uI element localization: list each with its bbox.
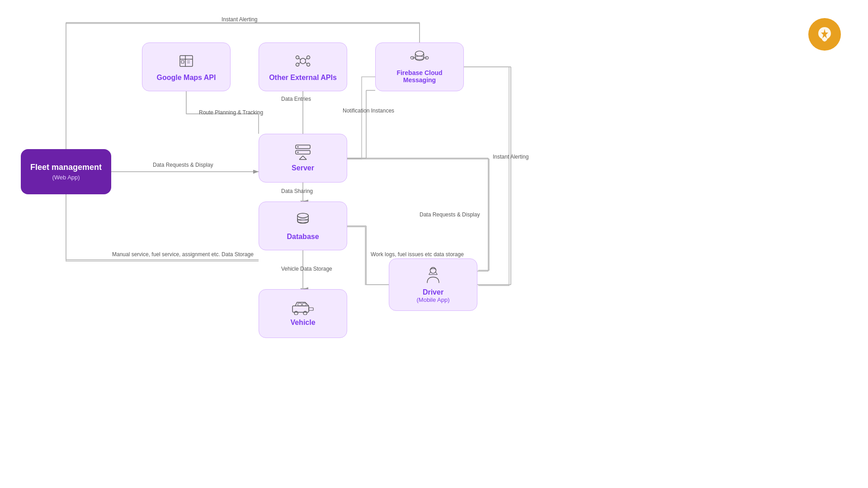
svg-point-36 [296,56,299,59]
label-notification-instances: Notification Instances [343,108,394,114]
svg-rect-31 [180,56,193,66]
label-vehicle-data-storage: Vehicle Data Storage [281,266,332,272]
svg-point-59 [303,311,307,315]
svg-point-53 [297,152,299,153]
svg-point-58 [294,311,298,315]
database-title: Database [287,233,319,241]
svg-rect-57 [292,306,309,312]
server-icon [293,144,313,160]
vehicle-icon [292,300,314,315]
other-apis-icon [294,52,312,70]
server-title: Server [292,164,314,172]
google-maps-title: Google Maps API [157,74,216,82]
svg-point-39 [307,63,310,66]
driver-subtitle: (Mobile App) [417,296,450,303]
svg-line-40 [299,58,301,60]
svg-line-41 [305,58,307,60]
node-google-maps: Google Maps API [142,42,231,91]
label-data-requests-left: Data Requests & Display [153,162,213,168]
database-icon [294,211,312,229]
label-data-requests-right: Data Requests & Display [420,211,480,218]
svg-point-63 [430,267,436,273]
label-instant-alerting-right: Instant Alerting [493,154,528,160]
svg-line-65 [436,272,438,275]
node-driver: Driver (Mobile App) [389,258,477,311]
driver-title: Driver [423,288,443,296]
logo-icon [816,25,834,43]
google-maps-icon [177,52,195,70]
node-other-apis: Other External APIs [259,42,347,91]
svg-point-55 [297,213,308,218]
svg-rect-60 [309,308,313,310]
driver-icon [424,266,442,285]
fleet-title: Fleet management [30,163,102,172]
node-vehicle: Vehicle [259,289,347,338]
label-instant-alerting-top: Instant Alerting [222,16,257,23]
svg-point-35 [300,58,306,64]
other-apis-title: Other External APIs [269,74,337,82]
label-route-planning: Route Planning & Tracking [199,109,263,116]
node-database: Database [259,202,347,250]
svg-point-56 [297,219,308,223]
logo [808,18,841,51]
firebase-icon [409,50,430,66]
vehicle-title: Vehicle [290,319,315,327]
node-server: Server [259,134,347,183]
svg-rect-34 [181,61,184,63]
svg-point-45 [415,56,424,60]
svg-point-38 [296,63,299,66]
svg-line-64 [429,272,431,275]
label-manual-service: Manual service, fuel service, assignment… [112,251,254,258]
label-data-sharing: Data Sharing [281,188,313,194]
node-firebase: Firebase Cloud Messaging [375,42,464,91]
label-work-logs: Work logs, fuel issues etc data storage [371,251,464,258]
svg-rect-62 [302,303,306,306]
svg-rect-61 [298,303,302,306]
node-fleet: Fleet management (Web App) [21,149,111,194]
svg-point-37 [307,56,310,59]
fleet-subtitle: (Web App) [52,174,80,181]
label-data-entries: Data Entries [281,96,311,102]
svg-line-42 [299,62,301,64]
svg-point-44 [415,51,424,56]
svg-point-52 [297,146,299,148]
firebase-title: Firebase Cloud Messaging [383,69,456,84]
svg-line-43 [305,62,307,64]
